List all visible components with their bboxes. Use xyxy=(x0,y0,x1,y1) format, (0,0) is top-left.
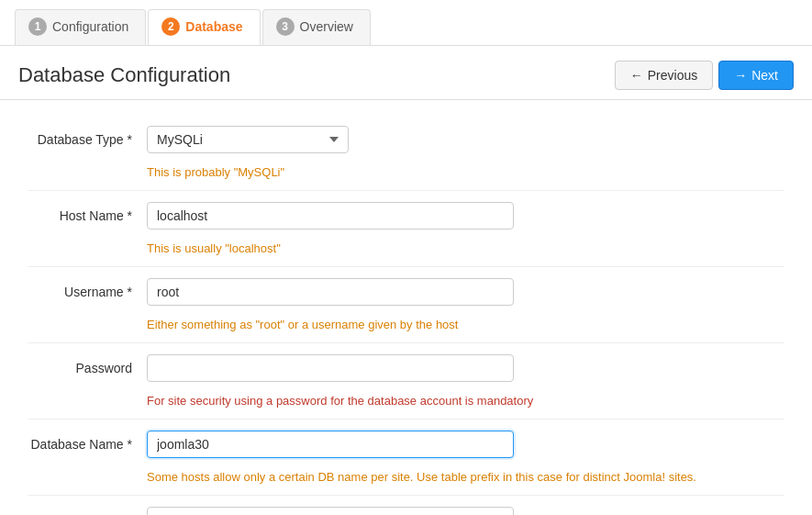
database-name-help: Some hosts allow only a certain DB name … xyxy=(147,469,771,484)
spacer2 xyxy=(28,241,147,255)
database-type-wrap: MySQLi MySQL PostgreSQL SQLite xyxy=(147,126,514,153)
tab-database[interactable]: 2 Database xyxy=(148,9,260,45)
username-help: Either something as "root" or a username… xyxy=(147,317,771,331)
arrow-left-icon: ← xyxy=(630,68,643,83)
database-type-label: Database Type * xyxy=(28,126,147,147)
navigation-buttons: ← Previous → Next xyxy=(615,61,794,90)
wizard-tabs: 1 Configuration 2 Database 3 Overview xyxy=(0,0,812,46)
next-label: Next xyxy=(751,68,778,83)
username-wrap xyxy=(147,278,514,306)
database-type-help-text: This is probably "MySQLi" xyxy=(147,165,284,179)
database-name-wrap xyxy=(147,431,514,458)
username-label: Username * xyxy=(28,278,147,299)
divider-5 xyxy=(28,495,784,496)
host-name-help: This is usually "localhost" xyxy=(147,241,771,255)
spacer4 xyxy=(28,393,147,408)
password-help-row: For site security using a password for t… xyxy=(28,393,784,415)
tab-number-database: 2 xyxy=(161,17,180,36)
database-name-label: Database Name * xyxy=(28,431,147,452)
password-help-text: For site security using a password for t… xyxy=(147,394,533,408)
host-name-label: Host Name * xyxy=(28,202,147,223)
tab-overview[interactable]: 3 Overview xyxy=(262,9,371,45)
table-prefix-label: Table Prefix * xyxy=(28,507,147,515)
table-prefix-wrap xyxy=(147,507,514,515)
database-name-help-row: Some hosts allow only a certain DB name … xyxy=(28,469,784,491)
form-content: Database Type * MySQLi MySQL PostgreSQL … xyxy=(0,100,812,515)
username-group: Username * xyxy=(28,271,784,313)
database-type-help-row: This is probably "MySQLi" xyxy=(28,164,784,186)
host-name-help-row: This is usually "localhost" xyxy=(28,241,784,263)
tab-label-overview: Overview xyxy=(300,19,353,34)
host-name-input[interactable] xyxy=(147,202,514,230)
tab-label-database: Database xyxy=(185,19,242,34)
previous-button[interactable]: ← Previous xyxy=(615,61,713,90)
tab-configuration[interactable]: 1 Configuration xyxy=(15,9,146,45)
database-name-input[interactable] xyxy=(147,431,514,458)
host-name-wrap xyxy=(147,202,514,230)
database-name-help-text: Some hosts allow only a certain DB name … xyxy=(147,470,696,484)
password-input[interactable] xyxy=(147,354,514,382)
next-button[interactable]: → Next xyxy=(718,61,794,90)
username-help-text: Either something as "root" or a username… xyxy=(147,318,458,331)
page-title: Database Configuration xyxy=(18,63,230,87)
tab-number-overview: 3 xyxy=(276,17,295,36)
divider-3 xyxy=(28,342,784,343)
tab-number-configuration: 1 xyxy=(28,17,47,36)
spacer5 xyxy=(28,469,147,484)
host-name-help-text: This is usually "localhost" xyxy=(147,241,281,255)
password-help: For site security using a password for t… xyxy=(147,393,771,408)
database-type-help: This is probably "MySQLi" xyxy=(147,164,771,179)
divider-1 xyxy=(28,190,784,191)
database-type-group: Database Type * MySQLi MySQL PostgreSQL … xyxy=(28,118,784,161)
table-prefix-input[interactable] xyxy=(147,507,514,515)
username-input[interactable] xyxy=(147,278,514,306)
table-prefix-group: Table Prefix * xyxy=(28,499,784,515)
arrow-right-icon: → xyxy=(734,68,747,83)
tab-label-configuration: Configuration xyxy=(52,19,128,34)
password-wrap xyxy=(147,354,514,382)
divider-4 xyxy=(28,419,784,420)
page-header: Database Configuration ← Previous → Next xyxy=(0,46,812,100)
username-help-row: Either something as "root" or a username… xyxy=(28,317,784,339)
host-name-group: Host Name * xyxy=(28,195,784,237)
divider-2 xyxy=(28,266,784,267)
password-label: Password xyxy=(28,354,147,375)
spacer xyxy=(28,164,147,179)
database-type-select[interactable]: MySQLi MySQL PostgreSQL SQLite xyxy=(147,126,349,153)
spacer3 xyxy=(28,317,147,331)
password-group: Password xyxy=(28,347,784,389)
previous-label: Previous xyxy=(648,68,697,83)
database-name-group: Database Name * xyxy=(28,423,784,465)
